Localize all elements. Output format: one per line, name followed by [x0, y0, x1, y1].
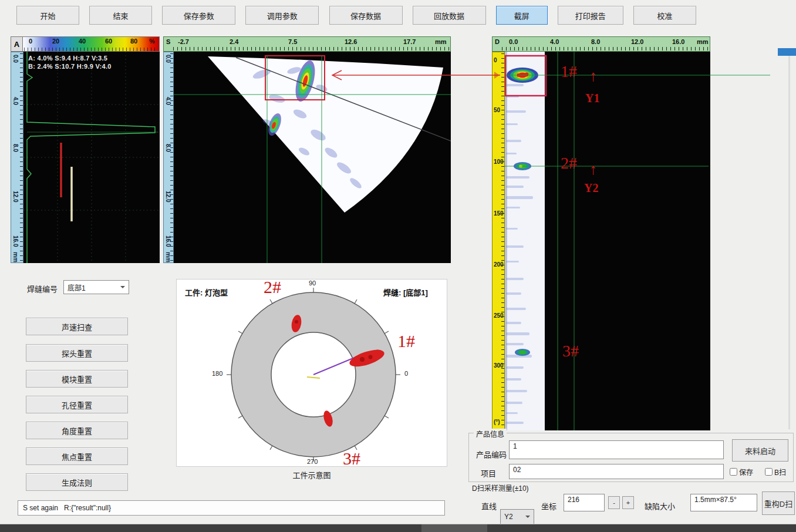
weld-number-value: 底部1 [68, 282, 86, 292]
bscan-checkbox[interactable]: B扫 [765, 467, 786, 477]
gate-a-readout: A: 4.0% S:9.4 H:8.7 V:3.5 [28, 55, 107, 62]
dscan-image-area[interactable] [505, 52, 710, 430]
product-info-group: 产品信息 产品编码 1 来料启动 项目 02 保存 B扫 [468, 433, 794, 482]
ruler-tick: (°) [494, 419, 500, 425]
defect-3-label: 3# [562, 342, 579, 361]
end-button[interactable]: 结束 [89, 6, 152, 25]
calibrate-button[interactable]: 校准 [633, 6, 696, 25]
load-params-button[interactable]: 调用参数 [245, 6, 319, 25]
project-label: 项目 [481, 467, 496, 479]
focus-reset-button[interactable]: 焦点重置 [26, 447, 128, 465]
top-toolbar: 开始 结束 保存参数 调用参数 保存数据 回放数据 截屏 打印报告 校准 [16, 6, 696, 25]
save-checkbox-box[interactable] [730, 468, 737, 476]
sscan-depth-ruler: 0.0 4.0 8.0 12.0 16.0 mm [163, 52, 174, 263]
bscan-checkbox-box[interactable] [765, 468, 773, 476]
status-text: S set again R:{"result":null} [23, 504, 111, 512]
ruler-tick: 4.0 [12, 97, 19, 105]
colorbar-tick: 40 [79, 38, 86, 45]
angle-reset-button[interactable]: 角度重置 [26, 422, 128, 439]
angle-0-label: 0 [404, 370, 408, 377]
angle-180-label: 180 [212, 370, 222, 377]
ruler-tick: mm [697, 38, 709, 45]
project-input[interactable]: 02 [509, 464, 724, 479]
coordinate-decrement-button[interactable]: - [608, 496, 620, 509]
line-label: 直线 [481, 500, 497, 511]
scrollbar-track[interactable] [788, 56, 790, 429]
aperture-reset-button[interactable]: 孔径重置 [26, 396, 128, 413]
ruler-tick: -2.7 [178, 38, 189, 45]
ascan-depth-ruler: 0.0 4.0 8.0 12.0 16.0 mm [11, 52, 23, 263]
schematic-defect-3-label: 3# [343, 449, 360, 469]
product-code-input[interactable]: 1 [509, 440, 724, 459]
angle-270-label: 270 [307, 458, 318, 465]
sscan-panel: S -2.7 2.4 7.5 12.6 17.7 mm 0.0 4.0 8.0 … [163, 36, 451, 263]
start-button[interactable]: 开始 [16, 6, 79, 25]
bscan-checkbox-label: B扫 [774, 467, 786, 477]
ruler-tick: 16.0 [672, 38, 684, 45]
sscan-sector-image[interactable] [174, 52, 451, 263]
dscan-panel: D 0.0 4.0 8.0 12.0 16.0 mm 0 50 100 150 … [492, 36, 710, 430]
save-data-button[interactable]: 保存数据 [329, 6, 403, 25]
module-reset-button[interactable]: 模块重置 [26, 370, 128, 388]
gate-b-readout: B: 2.4% S:10.7 H:9.9 V:4.0 [28, 63, 112, 70]
ruler-tick: 0.0 [509, 38, 518, 45]
ruler-tick: 16.0 [12, 235, 19, 247]
save-params-button[interactable]: 保存参数 [162, 6, 235, 25]
line-select-value: Y2 [504, 513, 513, 521]
defect-size-input[interactable]: 1.5mm×87.5° [690, 494, 757, 511]
ruler-ticks [20, 53, 23, 261]
playback-data-button[interactable]: 回放数据 [413, 6, 486, 25]
line-select[interactable]: Y2 [500, 509, 534, 524]
colorbar-tick: 80 [130, 38, 137, 45]
ruler-tick: 4.0 [550, 38, 559, 45]
screenshot-button[interactable]: 截屏 [496, 6, 548, 25]
status-bar: S set again R:{"result":null} [18, 500, 445, 516]
scrollbar-thumb[interactable] [778, 48, 796, 56]
coordinate-label: 坐标 [541, 500, 556, 511]
ruler-ticks [501, 53, 504, 429]
coordinate-input[interactable]: 216 [564, 494, 605, 511]
y1-line-label: Y1 [585, 92, 599, 105]
generate-law-button[interactable]: 生成法则 [26, 473, 128, 491]
sscan-horizontal-ruler: S -2.7 2.4 7.5 12.6 17.7 mm [163, 36, 451, 52]
dscan-horizontal-ruler: D 0.0 4.0 8.0 12.0 16.0 mm [492, 36, 710, 52]
ascan-panel-label: A [11, 37, 23, 51]
taskbar-segment [421, 524, 487, 532]
ascan-waveform-plot [23, 52, 160, 263]
colorbar-tick: 60 [105, 38, 112, 45]
ruler-tick: 17.7 [403, 38, 416, 45]
ruler-tick: 12.6 [345, 38, 357, 45]
dscan-panel-label: D [495, 38, 500, 45]
velocity-scan-button[interactable]: 声速扫查 [26, 318, 128, 335]
ruler-ticks [502, 47, 709, 50]
ruler-tick: 12.0 [631, 38, 643, 45]
coordinate-value: 216 [568, 496, 579, 504]
schematic-defect-2-label: 2# [264, 277, 281, 297]
rebuild-dscan-button[interactable]: 重构D扫 [762, 491, 795, 515]
probe-reset-button[interactable]: 探头重置 [26, 344, 128, 362]
weld-number-select[interactable]: 底部1 [63, 280, 129, 294]
schematic-defect-1-label: 1# [397, 331, 415, 351]
defect-2-label: 2# [561, 154, 577, 173]
ruler-tick: 0 [494, 57, 497, 63]
ascan-colorbar-header: A 0 20 40 60 80 % [11, 36, 160, 52]
sscan-panel-label: S [166, 38, 170, 45]
sscan-sector-plot [174, 52, 451, 263]
ruler-tick: mm [12, 252, 19, 262]
ruler-tick: mm [435, 38, 447, 45]
coordinate-increment-button[interactable]: + [622, 496, 634, 509]
dscan-position-ruler: 0 50 100 150 200 250 300 (°) [492, 52, 505, 430]
scan-position-arrow-icon [494, 72, 503, 79]
ascan-waveform-area[interactable]: A: 4.0% S:9.4 H:8.7 V:3.5 B: 2.4% S:10.7… [23, 52, 160, 263]
incoming-start-button[interactable]: 来料启动 [732, 439, 788, 462]
ruler-tick: 8.0 [12, 144, 19, 152]
colorbar-tick: 20 [52, 38, 59, 45]
workpiece-type-label: 工件: 灯泡型 [185, 287, 228, 298]
y2-line-label: Y2 [584, 181, 598, 195]
defect-1-label: 1# [561, 62, 577, 81]
schematic-weld-label: 焊缝: [底部1] [383, 287, 428, 298]
defect-size-value: 1.5mm×87.5° [694, 496, 737, 504]
print-report-button[interactable]: 打印报告 [558, 6, 623, 25]
save-checkbox[interactable]: 保存 [730, 467, 753, 477]
colorbar-tick: % [149, 38, 155, 45]
